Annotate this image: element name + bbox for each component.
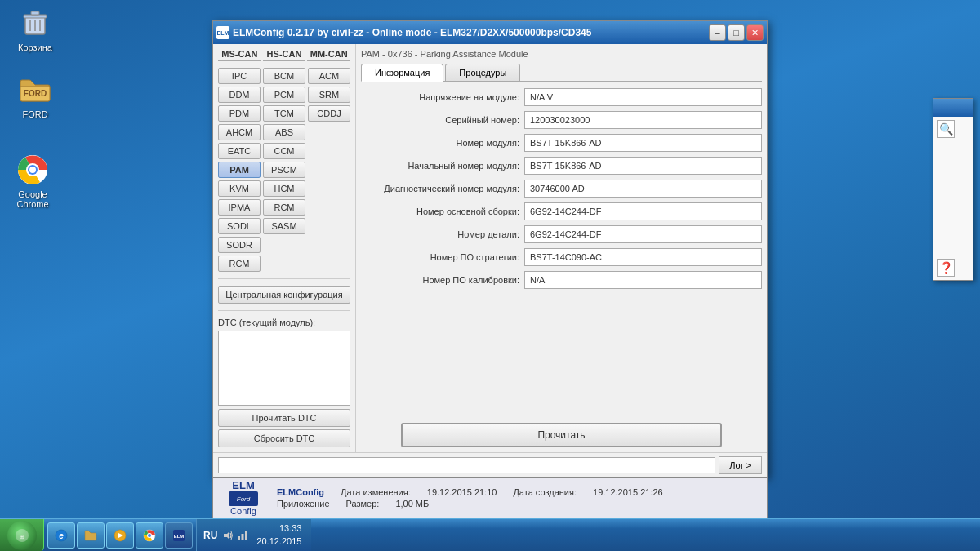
close-button[interactable]: ✕	[746, 24, 764, 41]
app-icon: ELM	[216, 26, 229, 39]
module-pdm[interactable]: PDM	[218, 105, 261, 122]
svg-rect-2	[31, 11, 39, 15]
app-name: ELMConfig	[277, 487, 324, 497]
module-pam[interactable]: PAM	[218, 162, 261, 178]
minimize-button[interactable]: –	[709, 24, 726, 41]
svg-marker-22	[224, 531, 229, 540]
folder-icon	[84, 529, 97, 542]
taskbar-elm-icon: ELM	[172, 529, 185, 542]
initial-num-value: BS7T-15K866-AD	[524, 157, 762, 175]
module-abs[interactable]: ABS	[263, 124, 305, 140]
module-ipc[interactable]: IPC	[218, 68, 261, 84]
module-rcm-row[interactable]: RCM	[263, 199, 305, 216]
window-content: MS-CAN HS-CAN MM-CAN IPC BCM ACM DDM PCM…	[213, 44, 767, 452]
dtc-section: DTC (текущий модуль): Прочитать DTC Сбро…	[218, 318, 350, 447]
system-tray: RU 13:33 20.12.2015	[196, 519, 311, 551]
modified-label: Дата изменения:	[341, 487, 411, 497]
field-voltage: Напряжение на модуле: N/A V	[361, 88, 762, 106]
diag-num-label: Диагностический номер модуля:	[361, 184, 524, 193]
voltage-value: N/A V	[524, 88, 762, 106]
desktop-icon-ford[interactable]: FORD FORD	[7, 73, 64, 119]
media-icon	[114, 529, 127, 542]
taskbar-chrome-icon	[143, 529, 156, 542]
taskbar-media[interactable]	[106, 522, 134, 549]
mm-can-label: MM-CAN	[307, 49, 350, 61]
reset-dtc-button[interactable]: Сбросить DTC	[218, 429, 350, 447]
module-bcm[interactable]: BCM	[263, 68, 305, 84]
elm-logo-bot: Config	[230, 506, 256, 516]
module-pscm[interactable]: PSCM	[263, 162, 305, 178]
strategy-value: BS7T-14C090-AC	[524, 248, 762, 266]
module-num-value: BS7T-15K866-AD	[524, 134, 762, 152]
created-label: Дата создания:	[513, 487, 577, 497]
log-button[interactable]: Лог >	[719, 456, 762, 474]
module-kvm[interactable]: KVM	[218, 180, 261, 197]
read-button[interactable]: Прочитать	[401, 423, 722, 447]
module-rcm[interactable]: RCM	[218, 256, 261, 272]
field-diag-num: Диагностический номер модуля: 30746000 A…	[361, 180, 762, 198]
field-strategy: Номер ПО стратегии: BS7T-14C090-AC	[361, 248, 762, 266]
network-icon	[237, 530, 248, 541]
dtc-buttons: Прочитать DTC Сбросить DTC	[218, 409, 350, 447]
central-config-button[interactable]: Центральная конфигурация	[218, 286, 350, 304]
ie-icon: e	[55, 529, 68, 542]
desktop: Корзина FORD FORD Google Chrome	[0, 0, 980, 551]
elm-logo: ELM Ford Config	[223, 479, 264, 516]
bottom-info-text: ELMConfig Дата изменения: 19.12.2015 21:…	[277, 487, 663, 509]
start-button[interactable]: ⊞	[0, 519, 44, 552]
lang-indicator[interactable]: RU	[203, 530, 217, 541]
read-dtc-button[interactable]: Прочитать DTC	[218, 409, 350, 427]
tray-icons	[222, 530, 248, 541]
taskbar-elm[interactable]: ELM	[165, 522, 193, 549]
assembly-value: 6G92-14C244-DF	[524, 202, 762, 220]
assembly-label: Номер основной сборки:	[361, 207, 524, 216]
module-tcm[interactable]: TCM	[263, 105, 305, 122]
module-acm[interactable]: ACM	[308, 68, 350, 84]
sub-name: Приложение	[277, 499, 330, 509]
module-sodl[interactable]: SODL	[218, 218, 261, 234]
hs-can-label: HS-CAN	[263, 49, 306, 61]
taskbar-folder[interactable]	[77, 522, 105, 549]
created-value: 19.12.2015 21:26	[593, 487, 663, 497]
module-sasm[interactable]: SASM	[263, 218, 305, 234]
svg-text:ELM: ELM	[174, 534, 185, 539]
maximize-button[interactable]: □	[728, 24, 745, 41]
bottom-info-row2: Приложение Размер: 1,00 МБ	[277, 499, 663, 509]
desktop-icon-chrome[interactable]: Google Chrome	[4, 153, 61, 209]
field-assembly: Номер основной сборки: 6G92-14C244-DF	[361, 202, 762, 220]
module-sodr[interactable]: SODR	[218, 237, 261, 253]
module-ahcm[interactable]: AHCM	[218, 124, 261, 140]
tab-info[interactable]: Информация	[361, 64, 443, 82]
window-title: ELMConfig 0.2.17 by civil-zz - Online mo…	[233, 27, 706, 38]
status-input[interactable]	[218, 457, 715, 473]
taskbar-programs: e	[44, 519, 196, 551]
separator2	[218, 310, 350, 311]
tab-procedures[interactable]: Процедуры	[445, 64, 520, 81]
module-cddj[interactable]: CDDJ	[308, 105, 350, 122]
module-hcm[interactable]: HCM	[263, 180, 305, 197]
info-grid: Напряжение на модуле: N/A V Серийный ном…	[361, 88, 762, 413]
svg-text:e: e	[59, 531, 64, 540]
svg-rect-25	[245, 531, 247, 540]
module-ddm[interactable]: DDM	[218, 87, 261, 103]
start-orb: ⊞	[7, 521, 37, 550]
size-value: 1,00 МБ	[395, 499, 429, 509]
taskbar-ie[interactable]: e	[47, 522, 75, 549]
module-num-label: Номер модуля:	[361, 138, 524, 148]
svg-rect-23	[238, 536, 240, 540]
field-initial-num: Начальный номер модуля: BS7T-15K866-AD	[361, 157, 762, 175]
secondary-window: 🔍 ❓	[933, 98, 973, 281]
taskbar-chrome[interactable]	[136, 522, 163, 549]
initial-num-label: Начальный номер модуля:	[361, 161, 524, 171]
module-ipma[interactable]: IPMA	[218, 199, 261, 216]
bottom-info-panel: ELM Ford Config ELMConfig Дата изменения…	[212, 478, 768, 518]
module-eatc[interactable]: EATC	[218, 143, 261, 159]
calibration-label: Номер ПО калибровки:	[361, 275, 524, 285]
svg-rect-24	[242, 534, 244, 540]
chrome-icon	[16, 153, 49, 186]
elm-logo-top: ELM	[232, 479, 254, 491]
desktop-icon-recycle-bin[interactable]: Корзина	[7, 7, 64, 52]
module-pcm[interactable]: PCM	[263, 87, 305, 103]
module-srm[interactable]: SRM	[308, 87, 350, 103]
module-ccm[interactable]: CCM	[263, 143, 305, 159]
